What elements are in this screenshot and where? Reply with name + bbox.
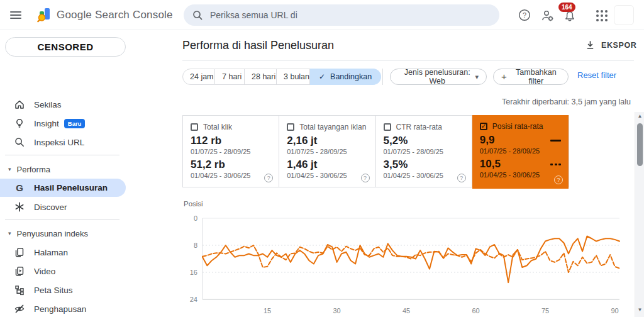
metric-card-total-tayangan[interactable]: Total tayangan iklan 2,16 jt 01/07/25 - …	[279, 116, 375, 187]
sidebar-item-label: Video	[34, 267, 55, 276]
help-icon[interactable]	[457, 174, 466, 182]
vertical-scrollbar[interactable]	[635, 112, 644, 317]
chevron-down-icon	[8, 230, 11, 236]
property-selector[interactable]: CENSORED	[5, 37, 126, 57]
range-7-hari-chip[interactable]: 7 hari	[215, 69, 245, 85]
metric-card-posisi[interactable]: Posisi rata-rata 9,9 01/07/25 - 28/09/25…	[472, 115, 569, 189]
sidebar-item-label: Peta Situs	[34, 286, 73, 295]
scroll-down-icon[interactable]	[635, 307, 644, 316]
chevron-down-icon	[8, 166, 11, 172]
eye-off-icon	[14, 303, 25, 314]
metric-value-previous: 3,5%	[384, 158, 408, 171]
hamburger-menu-button[interactable]	[10, 9, 23, 21]
metric-value-current: 112 rb	[191, 135, 221, 147]
help-icon[interactable]	[554, 175, 563, 184]
search-type-dropdown[interactable]: Jenis penelusuran: Web	[390, 69, 487, 85]
sidebar-item-hasil-penelusuran[interactable]: G Hasil Penelusuran	[0, 179, 126, 197]
svg-text:60: 60	[472, 307, 480, 314]
scroll-up-icon[interactable]	[635, 113, 644, 122]
sidebar-item-label: Hasil Penelusuran	[34, 183, 108, 192]
sidebar-item-label: Inspeksi URL	[34, 138, 84, 147]
caret-down-icon	[475, 72, 479, 81]
metric-card-ctr[interactable]: CTR rata-rata 5,2% 01/07/25 - 28/09/25 3…	[376, 116, 472, 187]
search-console-logo-icon	[36, 6, 53, 25]
scrollbar-thumb[interactable]	[637, 123, 643, 166]
range-3-bulan-chip[interactable]: 3 bulan	[277, 69, 310, 85]
compare-chip[interactable]: Bandingkan	[310, 69, 381, 85]
video-icon	[14, 265, 25, 277]
sidebar-item-insight[interactable]: Insight Baru	[0, 114, 178, 132]
metric-value-current: 5,2%	[384, 135, 408, 147]
range-28-hari-chip[interactable]: 28 hari	[245, 69, 277, 85]
sidebar-item-discover[interactable]: Discover	[0, 198, 178, 216]
dashed-line-icon	[550, 164, 561, 165]
metric-value-current: 9,9	[480, 134, 495, 147]
sidebar-item-peta-situs[interactable]: Peta Situs	[0, 281, 178, 299]
plus-icon	[501, 72, 507, 82]
sidebar-item-label: Halaman	[34, 248, 68, 257]
metric-card-total-klik[interactable]: Total klik 112 rb 01/07/25 - 28/09/25 51…	[183, 116, 279, 187]
svg-text:?: ?	[523, 11, 526, 19]
person-gear-icon	[541, 9, 555, 23]
google-search-console-window: Google Search Console ?	[0, 0, 644, 317]
date-range-chips: 24 jam 7 hari 28 hari 3 bulan Bandingkan	[182, 69, 381, 85]
solid-line-icon	[550, 140, 561, 142]
lightbulb-icon	[14, 118, 25, 129]
sitemap-icon	[14, 284, 25, 296]
header-divider	[182, 60, 634, 61]
metric-label: CTR rata-rata	[396, 123, 442, 131]
url-inspection-search[interactable]	[184, 4, 499, 26]
sidebar-divider	[5, 155, 119, 155]
help-icon[interactable]	[361, 174, 370, 182]
add-filter-button[interactable]: Tambahkan filter	[493, 69, 569, 85]
checkbox-unchecked[interactable]	[384, 123, 391, 131]
sidebar-item-inspeksi-url[interactable]: Inspeksi URL	[0, 133, 178, 151]
account-settings-button[interactable]	[541, 9, 555, 23]
section-title: Penyusunan indeks	[17, 229, 88, 238]
sidebar-divider	[5, 219, 119, 220]
checkbox-unchecked[interactable]	[191, 123, 198, 131]
svg-text:0: 0	[194, 214, 197, 222]
metric-label: Total tayangan iklan	[299, 123, 366, 131]
apps-grid-icon	[596, 10, 610, 21]
svg-text:15: 15	[264, 307, 271, 314]
app-bar: Google Search Console ?	[0, 0, 644, 30]
metric-period-current: 01/07/25 - 28/09/25	[287, 148, 367, 155]
metric-period-current: 01/07/25 - 28/09/25	[480, 147, 561, 155]
last-updated-text: Terakhir diperbarui: 3,5 jam yang lalu	[182, 97, 631, 106]
chip-divider	[382, 69, 383, 85]
checkbox-checked[interactable]	[480, 123, 487, 130]
avatar[interactable]	[614, 5, 634, 25]
help-icon[interactable]	[264, 174, 273, 182]
metric-value-current: 2,16 jt	[287, 135, 317, 147]
reset-filter-link[interactable]: Reset filter	[577, 70, 616, 80]
sidebar-item-label: Discover	[34, 203, 67, 212]
google-apps-button[interactable]	[596, 9, 610, 23]
range-24-jam-chip[interactable]: 24 jam	[182, 69, 215, 85]
download-icon	[585, 40, 596, 50]
sidebar-item-halaman[interactable]: Halaman	[0, 243, 178, 261]
sidebar-item-sekilas[interactable]: Sekilas	[0, 96, 178, 113]
metric-label: Total klik	[203, 123, 232, 131]
sidebar-item-label: Penghapusan	[34, 304, 86, 314]
sidebar-item-video[interactable]: Video	[0, 262, 178, 280]
check-icon	[319, 72, 325, 81]
google-g-icon: G	[14, 182, 25, 194]
search-input[interactable]	[210, 10, 491, 20]
section-penyusunan-indeks[interactable]: Penyusunan indeks	[0, 225, 178, 242]
sidebar-item-label: Insight	[34, 119, 59, 128]
metric-period-previous: 01/04/25 - 30/06/25	[384, 172, 464, 179]
sidebar-item-penghapusan[interactable]: Penghapusan	[0, 300, 178, 317]
search-icon	[192, 10, 203, 20]
checkbox-unchecked[interactable]	[287, 123, 294, 131]
svg-text:8: 8	[194, 242, 197, 249]
section-performa[interactable]: Performa	[0, 161, 178, 177]
metric-period-current: 01/07/25 - 28/09/25	[191, 148, 271, 155]
metric-period-previous: 01/04/25 - 30/06/25	[287, 172, 367, 179]
metric-value-previous: 1,46 jt	[287, 158, 317, 171]
metric-period-previous: 01/04/25 - 30/06/25	[480, 171, 561, 179]
help-button[interactable]: ?	[518, 9, 531, 23]
position-line-chart[interactable]: 081624153045607590	[182, 196, 634, 317]
svg-text:16: 16	[190, 269, 197, 276]
export-button[interactable]: EKSPOR	[585, 40, 636, 50]
